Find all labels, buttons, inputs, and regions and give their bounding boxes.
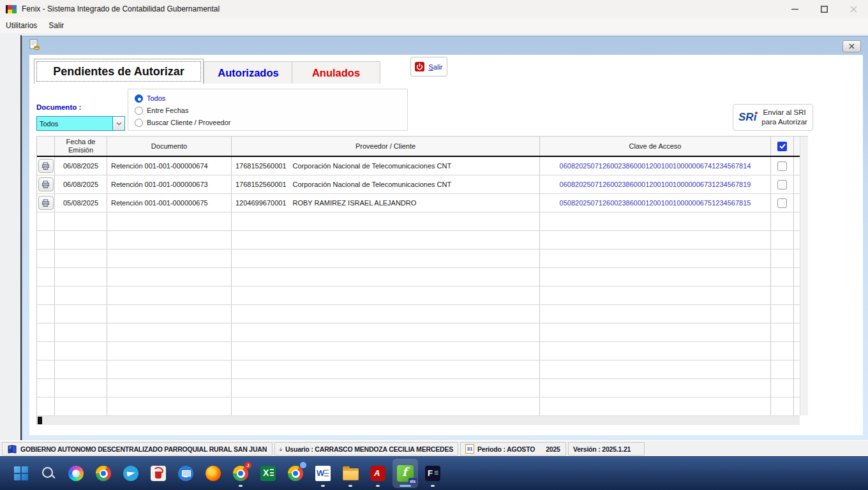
maximize-icon bbox=[821, 6, 828, 13]
tab-anulados[interactable]: Anulados bbox=[292, 61, 380, 84]
start-icon bbox=[14, 466, 28, 480]
print-button[interactable] bbox=[38, 159, 54, 173]
taskbar-icon-fenix-config[interactable] bbox=[420, 459, 445, 488]
tab-autorizados[interactable]: Autorizados bbox=[204, 61, 293, 84]
taskbar-icon-chrome-profile-2[interactable] bbox=[283, 459, 308, 488]
proveedor-cell bbox=[232, 323, 540, 341]
taskbar-icon-firefox[interactable] bbox=[200, 459, 226, 488]
search-icon bbox=[41, 466, 56, 481]
filler-cell bbox=[794, 360, 800, 378]
clave-acceso-cell: 0508202507126002386000120010010000006751… bbox=[540, 194, 771, 212]
documento-dropdown[interactable]: Todos bbox=[36, 116, 125, 131]
enviar-al-sri-button[interactable]: SRi Enviar al SRI para Autorizar bbox=[733, 104, 813, 131]
documento-cell bbox=[107, 342, 232, 360]
chrome-profile-2-icon bbox=[288, 466, 303, 481]
table-header-row: Fecha deEmisión Documento Proveedor / Cl… bbox=[37, 137, 800, 157]
checkbox-cell bbox=[771, 212, 794, 230]
taskbar-icon-search[interactable] bbox=[36, 459, 61, 488]
documento-cell bbox=[107, 268, 232, 286]
excel-icon bbox=[260, 466, 276, 481]
documento-dropdown-value: Todos bbox=[37, 120, 112, 128]
print-cell bbox=[37, 379, 55, 397]
icon-badge bbox=[300, 462, 306, 468]
table-row[interactable]: 06/08/2025 Retención 001-001-000000674 1… bbox=[37, 157, 800, 175]
table-row[interactable]: 05/08/2025 Retención 001-001-000000675 1… bbox=[37, 194, 800, 212]
vertical-scrollbar[interactable] bbox=[800, 137, 808, 415]
proveedor-nombre: ROBY RAMIREZ ISRAEL ALEJANDRO bbox=[293, 199, 417, 207]
proveedor-cell bbox=[232, 397, 540, 415]
taskbar-icon-file-explorer[interactable] bbox=[338, 459, 363, 488]
filler-cell bbox=[794, 175, 800, 193]
table-row[interactable]: 06/08/2025 Retención 001-001-000000673 1… bbox=[37, 175, 800, 194]
fenix-config-icon bbox=[425, 466, 440, 481]
clave-acceso-cell bbox=[540, 305, 771, 323]
print-button[interactable] bbox=[38, 177, 54, 191]
print-cell bbox=[37, 157, 55, 175]
menu-salir[interactable]: Salir bbox=[43, 18, 70, 33]
clave-acceso-cell bbox=[540, 397, 771, 415]
minimize-button[interactable] bbox=[780, 0, 809, 18]
calendar-icon: 31 bbox=[465, 444, 474, 454]
print-cell bbox=[37, 194, 55, 212]
documento-cell bbox=[107, 286, 232, 304]
taskbar-icon-start[interactable] bbox=[8, 459, 34, 488]
print-cell bbox=[37, 360, 55, 378]
row-checkbox[interactable] bbox=[777, 198, 787, 208]
icon-badge: xls bbox=[408, 478, 417, 484]
clave-acceso-cell bbox=[540, 231, 771, 249]
dropdown-arrow-button[interactable] bbox=[112, 117, 124, 130]
child-close-button[interactable] bbox=[842, 40, 861, 52]
row-checkbox[interactable] bbox=[777, 161, 787, 171]
table-row bbox=[37, 212, 800, 231]
taskbar-icon-copilot[interactable] bbox=[63, 459, 89, 488]
proveedor-cell bbox=[232, 305, 540, 323]
tab-pendientes-de-autorizar[interactable]: Pendientes de Autorizar bbox=[34, 59, 204, 84]
fecha-cell: 05/08/2025 bbox=[55, 194, 107, 212]
select-all-checkbox[interactable] bbox=[777, 142, 787, 151]
fecha-cell: 06/08/2025 bbox=[55, 157, 107, 175]
menu-utilitarios[interactable]: Utilitarios bbox=[0, 18, 43, 33]
document-coins-icon bbox=[29, 39, 40, 50]
horizontal-scrollbar[interactable] bbox=[37, 415, 800, 425]
running-indicator bbox=[321, 485, 325, 487]
taskbar-icon-acrobat[interactable] bbox=[365, 459, 391, 488]
proveedor-nombre: Corporación Nacional de Telecomunicacion… bbox=[293, 162, 452, 170]
clave-acceso-cell bbox=[540, 360, 771, 378]
clave-acceso-cell bbox=[540, 379, 771, 397]
taskbar-icon-chrome[interactable] bbox=[91, 459, 116, 488]
header-fecha: Fecha deEmisión bbox=[55, 137, 107, 156]
taskbar-icon-uninstaller[interactable] bbox=[146, 459, 171, 488]
table-row bbox=[37, 360, 800, 379]
print-cell bbox=[37, 175, 55, 193]
radio-selected-icon bbox=[135, 94, 143, 103]
usuario-text: Usuario : CARRASCO MENDOZA CECILIA MERCE… bbox=[285, 445, 453, 453]
version-text: Versión : 2025.1.21 bbox=[573, 445, 631, 453]
file-explorer-icon bbox=[343, 468, 359, 480]
fecha-cell bbox=[55, 323, 107, 341]
filler-cell bbox=[794, 342, 800, 360]
taskbar-icon-chrome-profile-j[interactable]: J bbox=[228, 459, 253, 488]
horizontal-scrollbar-thumb[interactable] bbox=[38, 417, 42, 424]
radio-buscar-cliente-proveedor[interactable]: Buscar Cliente / Proveedor bbox=[135, 118, 230, 127]
print-cell bbox=[37, 286, 55, 304]
taskbar-icon-remote-desktop[interactable] bbox=[173, 459, 198, 488]
power-icon bbox=[415, 62, 424, 71]
documento-cell: Retención 001-001-000000675 bbox=[107, 194, 232, 212]
taskbar-icon-excel[interactable] bbox=[255, 459, 281, 488]
exit-button[interactable]: Salir bbox=[410, 57, 447, 77]
table-row bbox=[37, 231, 800, 249]
filler-cell bbox=[794, 286, 800, 304]
close-button[interactable] bbox=[839, 0, 868, 18]
taskbar-icon-telegram[interactable] bbox=[118, 459, 144, 488]
checkbox-cell bbox=[771, 231, 794, 249]
print-button[interactable] bbox=[38, 196, 54, 210]
radio-entre-fechas[interactable]: Entre Fechas bbox=[135, 106, 188, 115]
active-indicator bbox=[400, 485, 411, 487]
proveedor-cell bbox=[232, 212, 540, 230]
clave-acceso-cell: 0608202507126002386000120010010000006731… bbox=[540, 175, 771, 193]
maximize-button[interactable] bbox=[809, 0, 839, 18]
taskbar-icon-fenix[interactable]: xls bbox=[393, 459, 418, 488]
row-checkbox[interactable] bbox=[777, 180, 787, 189]
taskbar-icon-word[interactable] bbox=[310, 459, 336, 488]
radio-todos[interactable]: Todos bbox=[135, 94, 165, 103]
